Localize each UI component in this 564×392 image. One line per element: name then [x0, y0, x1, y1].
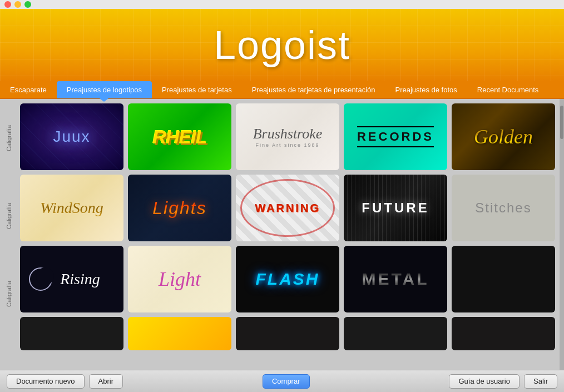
side-label-1: Caligrafía — [0, 99, 18, 177]
list-item[interactable]: RHEIL — [128, 103, 231, 170]
bottom-bar: Documento nuevo Abrir Comprar Guía de us… — [0, 370, 564, 392]
logo-lights-text: Lights — [152, 198, 206, 219]
maximize-button[interactable] — [24, 1, 31, 8]
app-header: Logoist — [0, 9, 564, 81]
abrir-button[interactable]: Abrir — [89, 374, 123, 389]
tab-preajustes-tarjetas-presentacion[interactable]: Preajustes de tarjetas de presentación — [242, 81, 385, 98]
list-item[interactable]: Golden — [452, 103, 555, 170]
app-title: Logoist — [214, 22, 350, 68]
logo-juux-text: Juux — [53, 128, 90, 146]
list-item[interactable]: FUTURE — [344, 175, 447, 241]
rising-moon-icon — [27, 265, 55, 293]
list-item[interactable] — [344, 317, 447, 350]
list-item[interactable]: FLASH — [236, 246, 339, 312]
guia-button[interactable]: Guía de usuario — [449, 374, 520, 389]
list-item[interactable]: Lights — [128, 175, 231, 241]
nav-tabs: Escaparate Preajustes de logotipos Preaj… — [0, 81, 564, 99]
list-item[interactable]: METAL — [344, 246, 447, 312]
close-button[interactable] — [4, 1, 11, 8]
grid-row-3: Rising Light FLASH METAL — [20, 246, 555, 312]
logo-light-text: Light — [159, 267, 201, 291]
list-item[interactable]: WindSong — [20, 175, 123, 241]
scrollbar[interactable] — [560, 99, 564, 370]
logo-metal-text: METAL — [362, 270, 429, 289]
tab-preajustes-logotipos[interactable]: Preajustes de logotipos — [57, 81, 152, 98]
side-labels: Caligrafía Caligrafía Caligrafía — [0, 99, 18, 370]
logo-rising-text: Rising — [60, 270, 100, 288]
grid-row-4 — [20, 317, 555, 350]
logo-rheil-text: RHEIL — [153, 126, 207, 148]
minimize-button[interactable] — [14, 1, 21, 8]
svg-point-1 — [36, 267, 54, 285]
logo-brushstroke-text: Brushstroke Fine Art since 1989 — [253, 126, 323, 148]
list-item[interactable]: Stitches — [452, 175, 555, 241]
logo-grid: Juux RHEIL Brushstroke Fine Art since 19… — [18, 99, 560, 370]
brushstroke-sub: Fine Art since 1989 — [253, 142, 323, 148]
logo-warning-text: WARNING — [255, 202, 320, 215]
list-item[interactable] — [452, 317, 555, 350]
logo-records-text: RECORDS — [357, 126, 434, 147]
logo-golden-text: Golden — [474, 125, 533, 148]
logo-flash-text: FLASH — [256, 270, 320, 289]
brushstroke-main: Brushstroke — [253, 126, 323, 142]
nuevo-button[interactable]: Documento nuevo — [7, 374, 85, 389]
logo-future-text: FUTURE — [362, 200, 429, 216]
list-item[interactable]: Brushstroke Fine Art since 1989 — [236, 103, 339, 170]
list-item[interactable] — [128, 317, 231, 350]
side-label-2: Caligrafía — [0, 177, 18, 255]
tab-preajustes-fotos[interactable]: Preajustes de fotos — [385, 81, 467, 98]
comprar-button[interactable]: Comprar — [263, 374, 310, 389]
logo-windsong-text: WindSong — [40, 199, 103, 217]
side-label-3: Caligrafía — [0, 255, 18, 333]
titlebar — [0, 0, 564, 9]
list-item-empty[interactable] — [452, 246, 555, 312]
tab-preajustes-tarjetas[interactable]: Preajustes de tarjetas — [152, 81, 242, 98]
list-item[interactable] — [236, 317, 339, 350]
grid-row-2: WindSong Lights WARNING FUTURE Stitches — [20, 175, 555, 241]
list-item[interactable]: WARNING — [236, 175, 339, 241]
content-area: Caligrafía Caligrafía Caligrafía Juux RH… — [0, 99, 564, 370]
list-item[interactable]: Light — [128, 246, 231, 312]
scrollbar-thumb[interactable] — [560, 106, 563, 139]
list-item[interactable]: Juux — [20, 103, 123, 170]
salir-button[interactable]: Salir — [524, 374, 557, 389]
tab-escaparate[interactable]: Escaparate — [0, 81, 57, 98]
grid-row-1: Juux RHEIL Brushstroke Fine Art since 19… — [20, 103, 555, 170]
logo-stitches-text: Stitches — [475, 200, 531, 216]
list-item[interactable]: RECORDS — [344, 103, 447, 170]
list-item[interactable] — [20, 317, 123, 350]
list-item[interactable]: Rising — [20, 246, 123, 312]
tab-recent-documents[interactable]: Recent Documents — [467, 81, 549, 98]
